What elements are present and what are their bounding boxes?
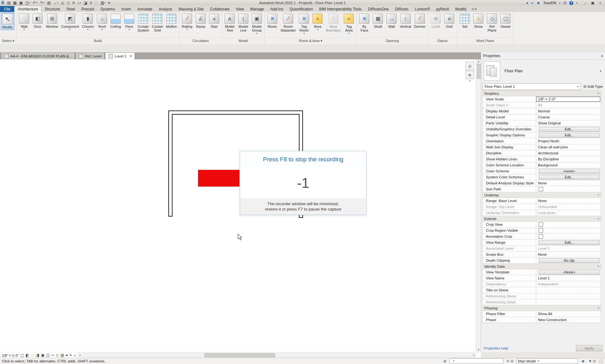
view-bar-collapse-icon[interactable]: <	[74, 354, 76, 357]
ribbon-button-model-text[interactable]: AModelText	[223, 13, 236, 33]
property-value[interactable]: None	[536, 198, 601, 204]
active-workset-combo[interactable]: ▾	[450, 358, 503, 364]
ribbon-button-room-separator[interactable]: ∕RoomSeparator	[280, 13, 297, 33]
property-value[interactable]	[536, 287, 601, 293]
collapse-chevron-icon[interactable]: ∧	[597, 307, 599, 309]
ribbon-tab-annotate[interactable]: Annotate	[134, 6, 155, 12]
scroll-up-icon[interactable]: ▲	[476, 60, 481, 63]
ribbon-button-wall[interactable]: ↔Wall	[385, 13, 398, 29]
property-button-color-scheme[interactable]: <none>	[539, 169, 600, 174]
property-button-view-range[interactable]: Edit...	[539, 240, 600, 245]
property-value[interactable]: New Construction	[536, 317, 601, 323]
red-floor-element[interactable]	[198, 170, 239, 187]
property-value[interactable]: By Discipline	[536, 156, 601, 162]
design-option-combo[interactable]: Main Model ▾	[516, 358, 578, 364]
ribbon-button-set[interactable]: Set	[458, 13, 471, 29]
undo-icon[interactable]: ↶▾	[33, 0, 38, 5]
chevron-down-icon[interactable]: ▾	[559, 2, 560, 4]
ribbon-tab-modify[interactable]: Modify	[452, 6, 469, 12]
aligned-dimension-icon[interactable]: ∠	[61, 0, 64, 5]
filter-indicator[interactable]: ▼ :0	[588, 359, 596, 363]
ribbon-button-mullion[interactable]: Mullion	[165, 13, 178, 29]
vertical-scroll-thumb[interactable]	[477, 64, 481, 79]
reveal-constraints-icon[interactable]: ≡	[70, 353, 72, 358]
print-icon[interactable]: ▤	[47, 0, 51, 5]
ribbon-tab-diroots[interactable]: DiRoots	[392, 6, 412, 12]
collapse-chevron-icon[interactable]: ∧	[597, 194, 599, 196]
ribbon-tab-lumion[interactable]: Lumion®	[412, 6, 433, 12]
worksharing-icon[interactable]: ⊕	[443, 359, 446, 363]
property-value[interactable]: Background	[536, 162, 601, 168]
collapse-chevron-icon[interactable]: ∧	[597, 92, 599, 95]
property-button-view-template[interactable]: <None>	[539, 270, 600, 275]
view-tab-level-1[interactable]: Level 1×	[105, 52, 135, 59]
property-value[interactable]: Show Original	[536, 120, 601, 126]
wall-line[interactable]	[172, 114, 299, 115]
ribbon-button-component[interactable]: ◩Component▾	[60, 13, 80, 31]
default-3d-view-icon[interactable]: ⌂▾	[77, 0, 81, 5]
signed-in-user[interactable]: ToanDN	[543, 1, 556, 5]
scroll-left-icon[interactable]: ◂	[79, 354, 80, 356]
property-section-underlay[interactable]: Underlay∧	[483, 192, 601, 198]
ribbon-button-ref-plane[interactable]: ◇RefPlane	[486, 13, 498, 33]
vertical-scrollbar[interactable]: ▲ ▼	[476, 59, 481, 352]
tab-close-icon[interactable]: ×	[130, 54, 132, 58]
tag-by-category-icon[interactable]: ◇	[67, 0, 70, 5]
help-icon[interactable]: ?	[569, 1, 573, 5]
ribbon-tab-collaborate[interactable]: Collaborate	[207, 6, 233, 12]
horizontal-scrollbar[interactable]: ◂ ▸	[78, 353, 476, 358]
search-icon[interactable]: ∞	[531, 1, 534, 5]
scroll-down-icon[interactable]: ▼	[476, 349, 481, 351]
measure-icon[interactable]: ↔▾	[53, 0, 59, 5]
property-value[interactable]: 1/8" = 1'-0"	[536, 97, 600, 102]
property-value[interactable]: Clean all wall joins	[536, 144, 601, 150]
shadows-icon[interactable]: ◨	[36, 353, 39, 358]
properties-close-icon[interactable]: ×	[601, 54, 603, 58]
collapse-arrow-icon[interactable]: ◂	[526, 1, 528, 5]
customize-quick-access-icon[interactable]: ▾	[108, 0, 110, 5]
scroll-right-icon[interactable]: ▸	[473, 354, 475, 356]
property-value[interactable]: Show All	[536, 311, 601, 317]
ribbon-button-model-group[interactable]: ▣ModelGroup▾	[251, 13, 263, 35]
ribbon-button-window[interactable]: ⊞Window	[45, 13, 59, 29]
ribbon-button-ramp[interactable]: ∠Ramp	[194, 13, 207, 29]
ribbon-tab-structure[interactable]: Structure	[41, 6, 63, 12]
wall-line[interactable]	[168, 216, 172, 217]
ribbon-button-model-line[interactable]: (ModelLine	[237, 13, 250, 33]
ribbon-tab-pyrevit[interactable]: pyRevit	[433, 6, 452, 12]
close-button[interactable]: ×	[597, 1, 604, 5]
ribbon-button-wall[interactable]: Wall▾	[18, 13, 30, 31]
property-value[interactable]: None	[536, 180, 601, 186]
ribbon-tab-manage[interactable]: Manage	[247, 6, 267, 12]
property-button-system-color-schemes[interactable]: Edit...	[539, 175, 600, 180]
ribbon-tab-analyze[interactable]: Analyze	[155, 6, 175, 12]
wall-line[interactable]	[299, 217, 303, 218]
property-value[interactable]: Level 1	[536, 275, 601, 281]
property-value[interactable]: Project North	[536, 138, 601, 144]
property-checkbox-annotation-crop[interactable]	[539, 234, 543, 239]
ribbon-button-shaft[interactable]: ▦Shaft	[372, 13, 384, 29]
type-dropdown-icon[interactable]: ▾	[600, 69, 602, 73]
ribbon-tab-bim-interoperability-tools[interactable]: BIM Interoperability Tools	[316, 6, 365, 12]
redo-icon[interactable]: ↷▾	[40, 0, 45, 5]
property-value[interactable]: Normal	[536, 108, 601, 114]
file-properties-icon[interactable]: ▤	[7, 0, 10, 5]
view-scale-button[interactable]: 1/8" = 1'-0"	[2, 354, 19, 357]
property-section-extents[interactable]: Extents∧	[483, 216, 601, 222]
wall-line[interactable]	[172, 114, 172, 217]
ribbon-button-room[interactable]: ×Room	[266, 13, 279, 29]
wall-line[interactable]	[168, 110, 303, 111]
nav-chevron-icon[interactable]: ▾	[469, 80, 470, 82]
text-icon[interactable]: A	[72, 0, 75, 5]
temporary-view-properties-icon[interactable]: ▤	[60, 353, 64, 358]
ribbon-tab-view[interactable]: View	[233, 6, 247, 12]
ribbon-button-area[interactable]: ×Area▾	[311, 13, 324, 31]
open-icon[interactable]: ▦	[13, 0, 16, 5]
ribbon-tab-quantification[interactable]: Quantification	[287, 6, 316, 12]
ribbon-button-modify[interactable]: ↖Modify	[1, 13, 14, 30]
minimize-button[interactable]: –	[582, 1, 589, 5]
ribbon-button-roof[interactable]: ⌂Roof▾	[96, 13, 108, 31]
ribbon-button-grid[interactable]: #Grid	[443, 13, 456, 29]
ribbon-button-tag-area[interactable]: ×TagArea▾	[342, 13, 355, 35]
wall-line[interactable]	[168, 110, 169, 217]
